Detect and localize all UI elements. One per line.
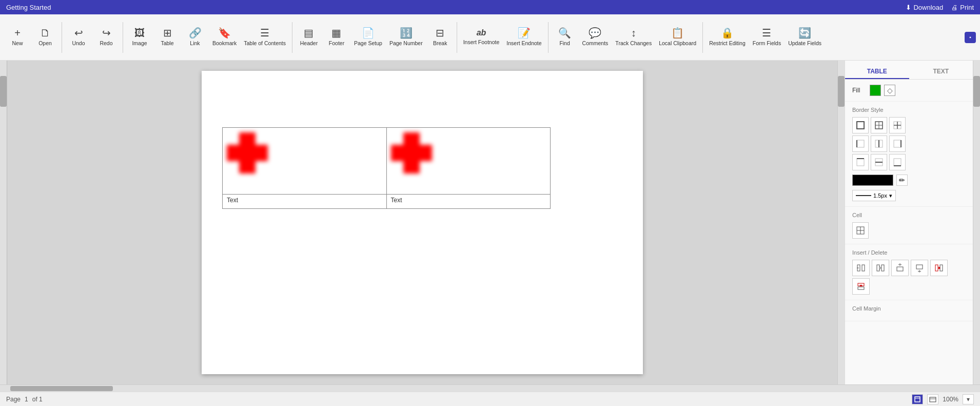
svg-rect-45 <box>915 397 920 402</box>
bookmark-button[interactable]: 🔖 Bookmark <box>209 17 240 57</box>
svg-rect-7 <box>857 140 864 147</box>
border-pen-button[interactable]: ✏ <box>896 175 908 186</box>
scrollbar-thumb[interactable] <box>0 76 7 107</box>
insert-col-left-btn[interactable] <box>852 260 870 276</box>
table-button[interactable]: ⊞ Table <box>154 17 181 57</box>
insertendnote-button[interactable]: 📝 Insert Endnote <box>503 17 544 57</box>
open-button[interactable]: 🗋 Open <box>32 17 58 57</box>
pagesetup-button[interactable]: 📄 Page Setup <box>351 17 385 57</box>
updatefields-button[interactable]: 🔄 Update Fields <box>785 17 825 57</box>
insertfootnote-button[interactable]: ab Insert Footnote <box>460 17 503 57</box>
inner-borders-btn[interactable] <box>889 117 906 133</box>
insert-row-below-btn[interactable] <box>911 260 928 276</box>
pen-icon: ✏ <box>899 176 905 184</box>
fill-transparent-button[interactable]: ◇ <box>884 85 895 96</box>
inner-h-border-btn[interactable] <box>871 154 887 170</box>
svg-rect-13 <box>857 159 864 166</box>
formfields-button[interactable]: ☰ Form Fields <box>750 17 784 57</box>
left-scrollbar[interactable] <box>0 61 7 384</box>
new-button[interactable]: + New <box>4 17 31 57</box>
insert-col-right-btn[interactable] <box>872 260 889 276</box>
table-cell-1-1[interactable] <box>223 128 387 195</box>
print-view-button[interactable] <box>912 394 923 404</box>
table-cell-2-2[interactable]: Text <box>386 195 551 209</box>
trackchanges-label: Track Changes <box>615 40 652 47</box>
right-border-btn[interactable] <box>889 136 906 152</box>
fill-section: Fill ◇ <box>845 80 973 102</box>
cell-properties-button[interactable] <box>852 222 869 239</box>
right-panel-scrollbar[interactable] <box>973 61 980 384</box>
inner-v-border-btn[interactable] <box>871 136 887 152</box>
break-button[interactable]: ⊟ Break <box>427 17 454 57</box>
comments-button[interactable]: 💬 Comments <box>579 17 612 57</box>
find-label: Find <box>559 40 570 47</box>
document-table[interactable]: Text Text <box>222 127 551 209</box>
right-doc-scrollbar[interactable] <box>837 61 845 384</box>
toc-label: Table of Contents <box>244 40 286 47</box>
right-panel-scrollbar-thumb[interactable] <box>973 76 980 107</box>
horizontal-scrollbar[interactable] <box>0 384 980 392</box>
left-border-btn[interactable] <box>852 136 869 152</box>
top-border-btn[interactable] <box>852 154 869 170</box>
link-button[interactable]: 🔗 Link <box>182 17 208 57</box>
border-width-button[interactable]: 1.5px ▾ <box>852 190 896 201</box>
web-view-button[interactable] <box>927 394 938 404</box>
separator-1 <box>62 22 62 53</box>
hscroll-thumb[interactable] <box>10 386 113 391</box>
table-cell-1-2[interactable] <box>386 128 551 195</box>
svg-rect-38 <box>940 265 943 271</box>
toc-icon: ☰ <box>260 28 269 38</box>
zoom-dropdown-button[interactable]: ▾ <box>963 394 974 404</box>
all-borders-btn[interactable] <box>871 117 887 133</box>
image-button[interactable]: 🖼 Image <box>126 17 153 57</box>
tab-table[interactable]: TABLE <box>845 65 909 79</box>
title-bar: Getting Started ⬇ Download 🖨 Print <box>0 0 980 14</box>
footer-button[interactable]: ▦ Footer <box>323 17 350 57</box>
scrollbar-thumb-right[interactable] <box>838 76 845 107</box>
separator-2 <box>123 22 123 53</box>
cell-margin-section: Cell Margin <box>845 300 973 321</box>
tab-text[interactable]: TEXT <box>909 65 973 79</box>
sidebar-toggle-button[interactable]: ▪ <box>965 32 976 43</box>
bottom-border-btn[interactable] <box>889 154 906 170</box>
restrictediting-button[interactable]: 🔒 Restrict Editing <box>706 17 749 57</box>
undo-icon: ↩ <box>74 28 83 38</box>
red-cross-icon <box>227 132 268 173</box>
outer-border-btn[interactable] <box>852 117 869 133</box>
insertendnote-label: Insert Endnote <box>506 40 541 47</box>
pagenumber-icon: 🔢 <box>400 28 413 38</box>
document-canvas[interactable]: Text Text <box>7 61 837 384</box>
svg-rect-25 <box>877 265 879 271</box>
border-color-swatch[interactable] <box>852 175 893 186</box>
pagenumber-button[interactable]: 🔢 Page Number <box>386 17 426 57</box>
bookmark-label: Bookmark <box>212 40 237 47</box>
download-button[interactable]: ⬇ Download <box>906 4 943 11</box>
redo-button[interactable]: ↪ Redo <box>93 17 120 57</box>
toc-button[interactable]: ☰ Table of Contents <box>241 17 289 57</box>
updatefields-icon: 🔄 <box>798 28 811 38</box>
border-line-preview <box>856 195 871 196</box>
border-buttons-grid <box>852 117 966 170</box>
break-label: Break <box>433 40 447 47</box>
insert-row-above-btn[interactable] <box>891 260 909 276</box>
print-button[interactable]: 🖨 Print <box>951 4 974 11</box>
table-cell-2-1[interactable]: Text <box>223 195 387 209</box>
localclipboard-button[interactable]: 📋 Local Clipboard <box>656 17 699 57</box>
undo-button[interactable]: ↩ Undo <box>65 17 92 57</box>
delete-row-btn[interactable] <box>852 278 870 295</box>
localclipboard-label: Local Clipboard <box>659 40 696 47</box>
pagesetup-icon: 📄 <box>362 28 375 38</box>
svg-rect-23 <box>862 265 865 271</box>
open-icon: 🗋 <box>40 28 50 38</box>
page-label: Page <box>6 396 21 403</box>
delete-col-btn[interactable] <box>930 260 948 276</box>
find-button[interactable]: 🔍 Find <box>552 17 578 57</box>
toolbar: + New 🗋 Open ↩ Undo ↪ Redo 🖼 Image ⊞ Tab… <box>0 14 980 61</box>
header-button[interactable]: ▤ Header <box>296 17 322 57</box>
cell-text-2: Text <box>389 196 404 205</box>
svg-rect-29 <box>897 267 903 271</box>
fill-color-swatch[interactable] <box>870 85 881 96</box>
open-label: Open <box>38 40 52 47</box>
trackchanges-button[interactable]: ↕ Track Changes <box>612 17 655 57</box>
separator-5 <box>548 22 548 53</box>
